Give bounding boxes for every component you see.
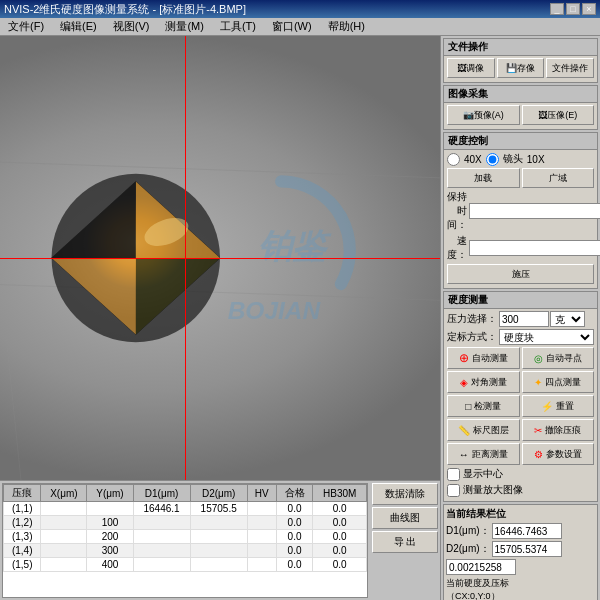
apply-btn-row: 施压 — [447, 264, 594, 284]
table-cell — [190, 544, 247, 558]
menu-tools[interactable]: 工具(T) — [216, 19, 260, 34]
table-cell — [41, 530, 87, 544]
four-label: 四点测量 — [545, 376, 581, 389]
curve-btn[interactable]: 曲线图 — [372, 507, 438, 529]
results-title: 当前结果栏位 — [446, 507, 595, 521]
auto-point-btn[interactable]: ◎ 自动寻点 — [522, 347, 595, 369]
check-btn[interactable]: □ 检测量 — [447, 395, 520, 417]
menu-measure[interactable]: 测量(M) — [161, 19, 208, 34]
menu-help[interactable]: 帮助(H) — [324, 19, 369, 34]
table-cell: (1,4) — [4, 544, 41, 558]
minimize-btn[interactable]: _ — [550, 3, 564, 15]
table-cell — [190, 516, 247, 530]
magnify-checkbox[interactable] — [447, 484, 460, 497]
diag-icon: ◈ — [460, 377, 468, 388]
file-btn-row: 🖼调像 💾存像 文件操作 — [447, 58, 594, 78]
menu-window[interactable]: 窗口(W) — [268, 19, 316, 34]
dist-btn[interactable]: ↔ 距离测量 — [447, 443, 520, 465]
pressure-input[interactable] — [499, 311, 549, 327]
d1-value: 16446.7463 — [492, 523, 562, 539]
wide-btn[interactable]: 广域 — [522, 168, 595, 188]
save-btn[interactable]: 💾存像 — [497, 58, 545, 78]
diag-measure-btn[interactable]: ◈ 对角测量 — [447, 371, 520, 393]
d1-field: D1(μm)： 16446.7463 — [446, 523, 595, 539]
hold-time-row: 保持时间： — [447, 190, 594, 232]
col-d1: D1(μm) — [133, 485, 190, 502]
pressure-unit[interactable]: 克N — [550, 311, 585, 327]
menu-edit[interactable]: 编辑(E) — [56, 19, 101, 34]
file-ops-title: 文件操作 — [444, 39, 597, 56]
hold-time-input[interactable] — [469, 203, 600, 219]
radio-40x[interactable] — [447, 153, 460, 166]
col-y: Y(μm) — [87, 485, 133, 502]
remove-label: 撤除压痕 — [545, 424, 581, 437]
title-text: NVIS-2维氏硬度图像测量系统 - [标准图片-4.BMP] — [4, 2, 246, 17]
diag-label: 对角测量 — [471, 376, 507, 389]
col-pass: 合格 — [276, 485, 313, 502]
table-cell: 200 — [87, 530, 133, 544]
close-btn[interactable]: × — [582, 3, 596, 15]
target-icon: ⊕ — [459, 351, 469, 365]
table-cell — [87, 502, 133, 516]
speed-input[interactable] — [469, 240, 600, 256]
four-point-btn[interactable]: ✦ 四点测量 — [522, 371, 595, 393]
menu-file[interactable]: 文件(F) — [4, 19, 48, 34]
auto-point-label: 自动寻点 — [546, 352, 582, 365]
remove-icon: ✂ — [534, 425, 542, 436]
reset-btn[interactable]: ⚡ 重置 — [522, 395, 595, 417]
apply-pressure-btn[interactable]: 施压 — [447, 264, 594, 284]
window-controls[interactable]: _ □ × — [550, 3, 596, 15]
table-cell: 0.0 — [276, 516, 313, 530]
compress-icon: 🖼 — [538, 110, 547, 120]
ruler-btn[interactable]: 📏 标尺图层 — [447, 419, 520, 441]
data-delete-btn[interactable]: 数据清除 — [372, 483, 438, 505]
mode-select[interactable]: 硬度块像素 — [499, 329, 594, 345]
results-section: 当前结果栏位 D1(μm)： 16446.7463 D2(μm)： 15705.… — [443, 504, 598, 600]
radio-10x[interactable] — [486, 153, 499, 166]
pressure-row: 压力选择： 克N — [447, 311, 594, 327]
magnify-check-row: 测量放大图像 — [447, 483, 594, 497]
image-viewport[interactable]: 铂鉴 BOJIAN — [0, 36, 440, 480]
data-table-area[interactable]: 压痕 X(μm) Y(μm) D1(μm) D2(μm) HV 合格 HB30M — [2, 483, 368, 598]
table-cell — [41, 516, 87, 530]
table-cell: 100 — [87, 516, 133, 530]
hardness-measure-content: 压力选择： 克N 定标方式： 硬度块像素 ⊕ — [444, 309, 597, 501]
adjust-btn[interactable]: 🖼调像 — [447, 58, 495, 78]
capture-btn-row: 📷预像(A) 🖼压像(E) — [447, 105, 594, 125]
table-row: (1,4)3000.00.0 — [4, 544, 367, 558]
compress-btn[interactable]: 🖼压像(E) — [522, 105, 595, 125]
hardness-measure-title: 硬度测量 — [444, 292, 597, 309]
d3-value: 0.00215258 — [446, 559, 516, 575]
speed-row: 速度： — [447, 234, 594, 262]
reset-icon: ⚡ — [541, 401, 553, 412]
center-checkbox[interactable] — [447, 468, 460, 481]
file-op-btn[interactable]: 文件操作 — [546, 58, 594, 78]
radio-40x-label: 40X — [464, 154, 482, 165]
camera-icon: 📷 — [463, 110, 474, 120]
content-area: 铂鉴 BOJIAN 压痕 X(μm) — [0, 36, 600, 600]
export-btn[interactable]: 导 出 — [372, 531, 438, 553]
hardness-control-section: 硬度控制 40X 镜头 10X 加载 广域 保持时间： — [443, 132, 598, 289]
table-cell — [133, 544, 190, 558]
maximize-btn[interactable]: □ — [566, 3, 580, 15]
auto-point-icon: ◎ — [534, 353, 543, 364]
svg-text:铂鉴: 铂鉴 — [258, 228, 332, 265]
mode-row: 定标方式： 硬度块像素 — [447, 329, 594, 345]
title-bar: NVIS-2维氏硬度图像测量系统 - [标准图片-4.BMP] _ □ × — [0, 0, 600, 18]
auto-measure-btn[interactable]: ⊕ 自动测量 — [447, 347, 520, 369]
save-icon: 💾 — [506, 63, 517, 73]
table-container: 压痕 X(μm) Y(μm) D1(μm) D2(μm) HV 合格 HB30M — [0, 481, 440, 600]
params-btn[interactable]: ⚙ 参数设置 — [522, 443, 595, 465]
table-cell: (1,5) — [4, 558, 41, 572]
ruler-icon: 📏 — [458, 425, 470, 436]
four-icon: ✦ — [534, 377, 542, 388]
table-cell: 0.0 — [313, 530, 367, 544]
pressure-combo[interactable]: 克N — [499, 311, 585, 327]
preview-btn[interactable]: 📷预像(A) — [447, 105, 520, 125]
remove-btn[interactable]: ✂ 撤除压痕 — [522, 419, 595, 441]
table-cell — [247, 530, 276, 544]
main-container: 铂鉴 BOJIAN 压痕 X(μm) — [0, 36, 600, 600]
menu-view[interactable]: 视图(V) — [109, 19, 154, 34]
load-btn[interactable]: 加载 — [447, 168, 520, 188]
col-hv: HV — [247, 485, 276, 502]
